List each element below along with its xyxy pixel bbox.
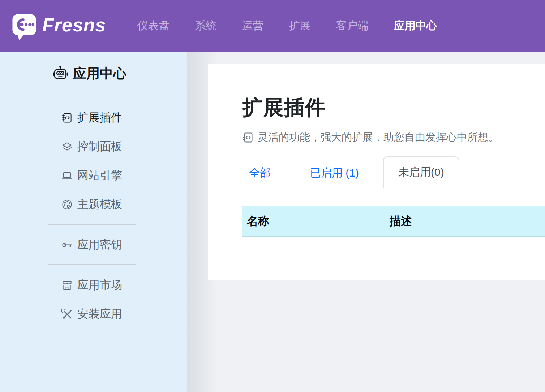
sidebar-item-label: 安装应用 [77, 306, 122, 322]
tab-enabled[interactable]: 已启用 (1) [295, 157, 374, 188]
tab-all[interactable]: 全部 [234, 157, 286, 188]
sidebar-item-label: 主题模板 [77, 197, 122, 212]
robot-icon [52, 65, 68, 82]
tools-icon [61, 309, 73, 320]
shop-icon [61, 280, 73, 291]
page-subtitle-text: 灵活的功能，强大的扩展，助您自由发挥心中所想。 [258, 130, 499, 145]
palette-icon [61, 199, 73, 210]
sidebar-title: 应用中心 [0, 52, 187, 83]
sidebar-divider [48, 224, 136, 225]
sidebar-menu: 扩展插件 控制面板 网站引擎 [0, 91, 187, 334]
sidebar-item-label: 扩展插件 [77, 110, 122, 125]
table-header-row: 名称 描述 [242, 206, 545, 237]
sidebar-divider [48, 264, 136, 265]
main-area: 扩展插件 灵活的功能，强大的扩展，助您自由发挥心中所想。 全部 已启用 (1) … [187, 52, 545, 392]
sidebar-item-label: 网站引擎 [77, 168, 122, 183]
sidebar: 应用中心 扩展插件 控制面板 [0, 52, 187, 392]
column-header-name: 名称 [242, 206, 390, 237]
page-subtitle: 灵活的功能，强大的扩展，助您自由发挥心中所想。 [242, 130, 545, 145]
top-navbar: Fresns 仪表盘 系统 运营 扩展 客户端 应用中心 [0, 0, 545, 52]
tab-disabled[interactable]: 未启用(0) [383, 156, 459, 188]
nav-item-system[interactable]: 系统 [195, 18, 217, 33]
content-card: 扩展插件 灵活的功能，强大的扩展，助您自由发挥心中所想。 全部 已启用 (1) … [208, 64, 545, 280]
top-nav-menu: 仪表盘 系统 运营 扩展 客户端 应用中心 [137, 18, 437, 33]
laptop-icon [61, 170, 73, 181]
sidebar-item-label: 应用密钥 [77, 237, 122, 252]
key-icon [61, 239, 73, 251]
sidebar-item-app-marketplace[interactable]: 应用市场 [0, 271, 187, 300]
sidebar-item-themes[interactable]: 主题模板 [0, 190, 187, 219]
page-title: 扩展插件 [242, 94, 545, 122]
sidebar-title-label: 应用中心 [73, 65, 126, 83]
sidebar-item-app-keys[interactable]: 应用密钥 [0, 230, 187, 259]
nav-item-dashboard[interactable]: 仪表盘 [137, 18, 170, 33]
brand-name: Fresns [42, 14, 106, 38]
layers-icon [61, 141, 73, 152]
journal-code-icon [61, 112, 73, 123]
nav-item-clients[interactable]: 客户端 [336, 18, 369, 33]
fresns-logo-icon [12, 14, 37, 41]
plugin-tabs: 全部 已启用 (1) 未启用(0) [234, 156, 545, 188]
sidebar-divider [48, 334, 136, 334]
sidebar-item-label: 应用市场 [77, 278, 122, 293]
journal-code-icon [242, 132, 254, 143]
sidebar-item-plugins[interactable]: 扩展插件 [0, 103, 187, 132]
nav-item-operations[interactable]: 运营 [242, 18, 264, 33]
plugin-table: 名称 描述 [242, 206, 545, 237]
sidebar-item-control-panel[interactable]: 控制面板 [0, 132, 187, 161]
nav-item-app-center[interactable]: 应用中心 [394, 18, 437, 33]
sidebar-item-install-app[interactable]: 安装应用 [0, 300, 187, 328]
sidebar-item-site-engine[interactable]: 网站引擎 [0, 161, 187, 190]
column-header-description: 描述 [390, 206, 545, 237]
sidebar-item-label: 控制面板 [77, 139, 122, 154]
nav-item-extensions[interactable]: 扩展 [289, 18, 311, 33]
brand[interactable]: Fresns [12, 11, 106, 41]
